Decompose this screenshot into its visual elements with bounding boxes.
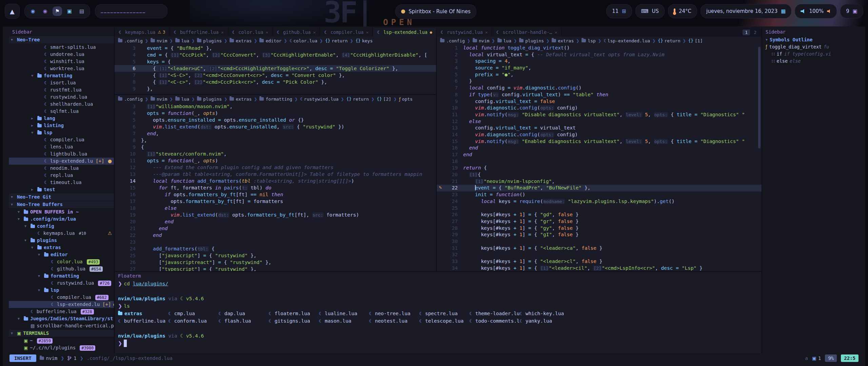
dock-item-3[interactable]: ⚑: [53, 6, 62, 16]
ls-item-floaterm.lua[interactable]: ☾floaterm.lua: [269, 311, 319, 316]
tree-section-neo-tree[interactable]: ▾Neo-Tree: [9, 36, 114, 43]
code-line[interactable]: 23: [115, 239, 436, 245]
code-line[interactable]: 7 local config = vim.diagnostic.config(): [437, 85, 762, 92]
tree-item-compiler.lua[interactable]: ☾compiler.lua: [9, 136, 114, 143]
symbols-outline-header[interactable]: ▾ Symbols Outline: [762, 36, 859, 43]
breadcrumb-item-plugins[interactable]: plugins: [197, 38, 222, 43]
code-line[interactable]: 3 [1]"williamboman/mason.nvim",: [115, 103, 436, 110]
code-line[interactable]: 5 prefix = "●",: [437, 72, 762, 78]
code-line[interactable]: 15 vim.notify(msg: "Enabled diagnostics …: [437, 138, 762, 145]
tree-item-editor[interactable]: ▾editor: [9, 251, 114, 258]
ls-item-flash.lua[interactable]: ☾flash.lua: [218, 318, 269, 324]
code-line[interactable]: 29 keys[#keys + 1] = { "gI", false }: [437, 231, 762, 238]
outline-item-if[interactable]: ∷ifif type(config.vi: [762, 50, 859, 58]
breadcrumb-item-plugins[interactable]: plugins: [519, 38, 544, 43]
breadcrumb-item-rustywind.lua[interactable]: ☾rustywind.lua: [300, 97, 338, 102]
tree-item-lsp[interactable]: ▾lsp: [9, 129, 114, 136]
tree-item-color.lua[interactable]: ☾color.lua#493: [9, 258, 114, 265]
tree-item-smart-splits.lua[interactable]: ☾smart-splits.lua: [9, 44, 114, 51]
code-line[interactable]: 11 vim.notify(msg: "Disable diagnostics …: [437, 111, 762, 118]
notification-pill[interactable]: Spiritbox - Rule Of Nines: [395, 4, 476, 19]
breadcrumb-item-.config[interactable]: .config: [118, 38, 143, 43]
tree-item-shellharden.lua[interactable]: ☾shellharden.lua: [9, 101, 114, 108]
code-line[interactable]: 27 keys[#keys + 1] = { "gr", false }: [437, 218, 762, 225]
breadcrumb-item--1-[interactable]: {}[1]: [688, 38, 703, 43]
code-line[interactable]: 8 if type(v: config.virtual_text) == "ta…: [437, 92, 762, 98]
search-pill[interactable]: ______________: [95, 4, 167, 18]
code-line[interactable]: 25 ["javascript"] = { "rustywind" },: [115, 252, 436, 259]
tree-item-linting[interactable]: ▸linting: [9, 122, 114, 129]
ls-item-spectre.lua[interactable]: ☾spectre.lua: [419, 311, 469, 316]
dock-item-4[interactable]: ▣: [65, 6, 74, 16]
code-line[interactable]: 10 [1]"stevearc/conform.nvim",: [115, 150, 436, 157]
code-line[interactable]: 12 else: [437, 118, 762, 125]
tab-lsp-extended.lua[interactable]: ☾lsp-extended.lua●: [373, 28, 436, 37]
ls-item-which-key.lua[interactable]: ☾which-key.lua: [519, 311, 570, 316]
tree-item-bufferline.lua[interactable]: ☾bufferline.lua#328: [9, 308, 114, 315]
tree-section-terminals[interactable]: ▾▣TERMINALS: [9, 330, 114, 337]
breadcrumb-item-lsp-extended.lua[interactable]: ☾lsp-extended.lua: [604, 38, 650, 43]
code-line[interactable]: 5 opts.ensure_installed = opts.ensure_in…: [115, 117, 436, 123]
code-line[interactable]: 11 opts = function(_, opts): [115, 157, 436, 164]
code-line[interactable]: 16 end: [437, 145, 762, 151]
close-icon[interactable]: ×: [265, 30, 268, 35]
breadcrumb-item-lua[interactable]: lua: [175, 38, 189, 43]
tree-item--[interactable]: ▣~#2859: [9, 337, 114, 344]
ls-item-dap.lua[interactable]: ☾dap.lua: [218, 311, 269, 316]
code-line[interactable]: 7 { [1]"<S-C>", [2]"<cmd>CccConvert<cr>"…: [115, 72, 436, 79]
tree-item-lsp[interactable]: ▾lsp: [9, 287, 114, 294]
tree-item-sqlfmt.lua[interactable]: ☾sqlfmt.lua: [9, 108, 114, 115]
code-line[interactable]: 23 init = function(): [437, 191, 762, 198]
breadcrumb-item-lua[interactable]: lua: [497, 38, 511, 43]
tree-item-formatting[interactable]: ▾formatting: [9, 72, 114, 79]
tree-item-github.lua[interactable]: ☾github.lua#654: [9, 265, 114, 272]
tab-scrollbar-handle-[interactable]: ☾scrollbar-handle-…×: [492, 28, 561, 37]
tree-item-repl.lua[interactable]: ☾repl.lua: [9, 172, 114, 179]
tree-item-worktree.lua[interactable]: ☾worktree.lua: [9, 65, 114, 72]
code-line[interactable]: 27 ["typescript"] = { "rustywind" },: [115, 266, 436, 271]
breadcrumb-item-nvim[interactable]: nvim: [151, 38, 167, 43]
code-line[interactable]: 19 vim.list_extend(dst: opts.formatters_…: [115, 211, 436, 218]
breadcrumb-item-nvim[interactable]: nvim: [473, 38, 489, 43]
code-line[interactable]: 3 event = { "BufRead" },: [115, 45, 436, 52]
code-line[interactable]: 4 opts = function(_, opts): [115, 110, 436, 117]
code-line[interactable]: 19return {: [437, 165, 762, 171]
ls-item-todo-comments.lua[interactable]: ☾todo-comments.lua: [469, 318, 519, 324]
breadcrumb-item-editor[interactable]: editor: [259, 38, 281, 43]
code-line[interactable]: 21 end: [115, 225, 436, 232]
code-line[interactable]: 1local function toggle_diag_virtext(): [437, 45, 762, 52]
code-line[interactable]: 6 vim.list_extend(dst: opts.ensure_insta…: [115, 123, 436, 130]
code-line[interactable]: 8},: [115, 137, 436, 144]
tree-item-timeout.lua[interactable]: ☾timeout.lua: [9, 179, 114, 186]
code-line[interactable]: 22 end: [115, 232, 436, 239]
tree-item-compiler.lua[interactable]: ☾compiler.lua#682: [9, 294, 114, 301]
code-line[interactable]: 28 keys[#keys + 1] = { "gy", false }: [437, 225, 762, 232]
breadcrumb-item-color.lua[interactable]: ☾color.lua: [290, 38, 317, 43]
ls-item-conform.lua[interactable]: ☾conform.lua: [168, 318, 218, 324]
tree-item-keymaps.lua[interactable]: ☾keymaps.lua#10⚠: [9, 230, 114, 237]
tree-item--.c-n-l-plugins[interactable]: ▣~/.c/n/l/plugins#3980: [9, 344, 114, 351]
tabpage-2[interactable]: 2: [751, 29, 759, 35]
close-icon[interactable]: ×: [313, 30, 316, 35]
dock-item-5[interactable]: ▤: [77, 6, 86, 16]
scrollbar-handle[interactable]: [758, 47, 761, 148]
tree-item-extras[interactable]: ▾extras: [9, 244, 114, 251]
breadcrumb-item-extras[interactable]: extras: [230, 38, 252, 43]
close-icon[interactable]: ×: [485, 30, 488, 35]
tree-item-.config-nvim-lua[interactable]: ▾.config/nvim/lua: [9, 216, 114, 223]
tree-item-neodim.lua[interactable]: ☾neodim.lua: [9, 165, 114, 172]
tree-item-lang[interactable]: ▸lang: [9, 115, 114, 122]
tree-section-neo-tree-buffers[interactable]: ▾Neo-Tree Buffers: [9, 201, 114, 208]
tree-item-lightbulb.lua[interactable]: ☾lightbulb.lua: [9, 150, 114, 158]
code-line[interactable]: 18 else: [115, 205, 436, 211]
tree-item-rustfmt.lua[interactable]: ☾rustfmt.lua: [9, 86, 114, 94]
breadcrumb-item--2-[interactable]: {}[2]: [377, 97, 391, 102]
code-line[interactable]: 26 ["javascriptreact"] = { "rustywind" }…: [115, 259, 436, 266]
editor-pane-color-lua[interactable]: .config❯nvim❯lua❯plugins❯extras❯editor❯☾…: [115, 37, 436, 95]
tab-rustywind.lua[interactable]: ☾rustywind.lua×: [436, 28, 492, 37]
tree-item-rustywind.lua[interactable]: ☾rustywind.lua#726: [9, 280, 114, 287]
ls-item-yanky.lua[interactable]: ☾yanky.lua: [519, 318, 570, 324]
code-line[interactable]: 24 add_formatters(tbl: {: [115, 245, 436, 252]
code-line[interactable]: 25: [437, 205, 762, 212]
tree-item-rustywind.lua[interactable]: ☾rustywind.lua: [9, 94, 114, 101]
